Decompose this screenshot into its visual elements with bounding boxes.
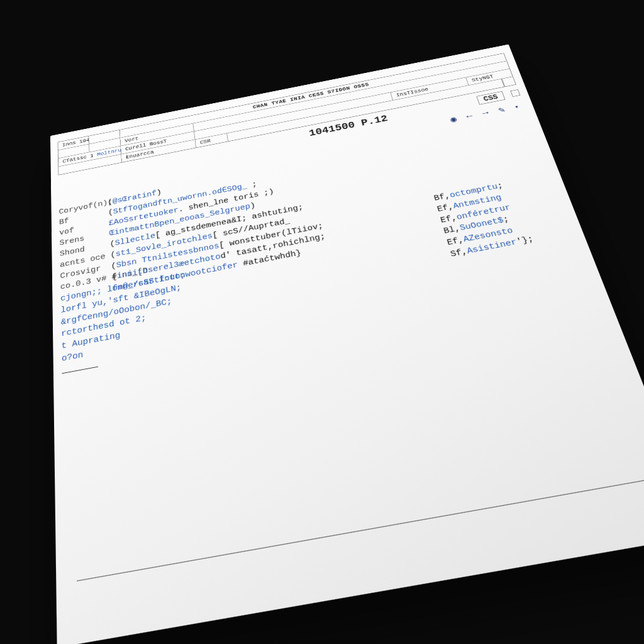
- dropdown-icon[interactable]: ▾: [513, 103, 519, 111]
- line-gutter: Coryvof(n); Bf vof Srens Shond acnts oce…: [58, 198, 116, 378]
- edit-icon[interactable]: ✎: [497, 104, 506, 115]
- bullet-icon[interactable]: ◉: [449, 114, 458, 125]
- editor-window: Inns 104 CHAN TYAE INIA CESS S7IDON OSSS…: [50, 44, 644, 644]
- arrow-right-icon[interactable]: →: [481, 108, 491, 118]
- hdr-corner: [502, 77, 516, 86]
- lang-tag[interactable]: CSS: [476, 91, 505, 105]
- footer-divider: [77, 478, 644, 582]
- checkbox-icon[interactable]: [510, 89, 520, 97]
- arrow-left-icon[interactable]: ←: [465, 111, 474, 121]
